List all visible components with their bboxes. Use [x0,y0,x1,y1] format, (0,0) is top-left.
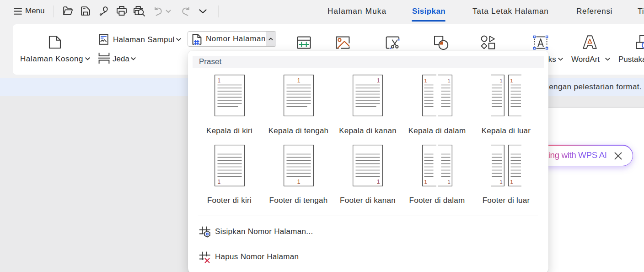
svg-text:1: 1 [447,179,450,185]
svg-text:1: 1 [510,78,513,83]
svg-text:1: 1 [377,77,380,84]
svg-text:1: 1 [424,78,427,83]
svg-text:1: 1 [499,78,502,83]
svg-text:1: 1 [377,179,380,185]
svg-text:1: 1 [297,77,300,84]
svg-text:1: 1 [217,179,220,185]
svg-text:1: 1 [424,179,427,185]
svg-text:1: 1 [297,179,300,185]
svg-text:1: 1 [510,179,513,185]
svg-text:1: 1 [447,78,450,83]
svg-text:1: 1 [217,77,220,84]
svg-text:1: 1 [499,179,502,185]
